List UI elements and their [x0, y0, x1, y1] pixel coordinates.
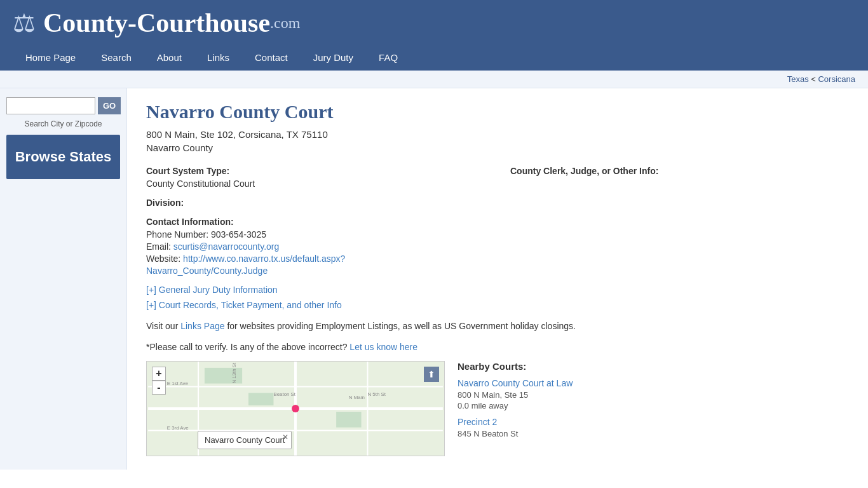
- jury-duty-link[interactable]: [+] General Jury Duty Information: [146, 285, 278, 295]
- court-system-label: Court System Type:: [146, 166, 485, 176]
- main-content: Navarro County Court 800 N Main, Ste 102…: [127, 88, 868, 470]
- email-link[interactable]: scurtis@navarrocounty.org: [173, 241, 279, 252]
- svg-text:N Main: N Main: [349, 395, 365, 401]
- logo-area: ⚖ County-Courthouse.com: [13, 8, 855, 44]
- nav-jury-duty[interactable]: Jury Duty: [301, 44, 366, 71]
- nav-contact[interactable]: Contact: [242, 44, 301, 71]
- logo-text-com: .com: [270, 15, 300, 32]
- court-county: Navarro County: [146, 142, 849, 153]
- contact-section: Contact Information: Phone Number: 903-6…: [146, 217, 849, 276]
- search-input[interactable]: [6, 97, 95, 114]
- clerk-label: County Clerk, Judge, or Other Info:: [510, 166, 849, 176]
- scales-icon: ⚖: [13, 8, 36, 37]
- logo-text-main[interactable]: County-Courthouse: [43, 8, 270, 38]
- court-records-link[interactable]: [+] Court Records, Ticket Payment, and o…: [146, 300, 342, 310]
- map-popup-close[interactable]: ✕: [282, 433, 288, 442]
- map-zoom-out[interactable]: -: [152, 381, 166, 395]
- svg-text:N 13th St: N 13th St: [231, 362, 237, 384]
- website-link-2[interactable]: Navarro_County/County.Judge: [146, 266, 268, 276]
- nearby-court-2-addr: 845 N Beaton St: [458, 429, 849, 438]
- site-header: ⚖ County-Courthouse.com Home Page Search…: [0, 0, 868, 71]
- map-svg: N 13th St Beaton St N Main N 5th St E 1s…: [147, 362, 444, 456]
- court-system-value: County Constitutional Court: [146, 179, 485, 189]
- svg-rect-9: [336, 412, 361, 428]
- court-title: Navarro County Court: [146, 101, 849, 123]
- breadcrumb-state[interactable]: Texas: [787, 74, 809, 84]
- division-label: Division:: [146, 198, 849, 208]
- map-zoom-controls: + -: [152, 367, 166, 395]
- nearby-court-1-name[interactable]: Navarro County Court at Law: [458, 378, 849, 388]
- verify-link[interactable]: Let us know here: [349, 342, 417, 352]
- nav-home[interactable]: Home Page: [13, 44, 88, 71]
- search-label: Search City or Zipcode: [6, 119, 120, 128]
- map-share-button[interactable]: ⬆: [424, 367, 439, 382]
- court-address: 800 N Main, Ste 102, Corsicana, TX 75110: [146, 129, 849, 140]
- court-system-section: Court System Type: County Constitutional…: [146, 166, 485, 189]
- phone-line: Phone Number: 903-654-3025: [146, 229, 849, 240]
- links-page-link[interactable]: Links Page: [180, 321, 224, 331]
- nearby-court-1-dist: 0.0 mile away: [458, 401, 849, 410]
- email-line: Email: scurtis@navarrocounty.org: [146, 241, 849, 252]
- svg-text:E 1st Ave: E 1st Ave: [167, 381, 189, 387]
- website-label: Website:: [146, 254, 180, 264]
- verify-prefix: *Please call to verify. Is any of the ab…: [146, 342, 349, 352]
- map-zoom-in[interactable]: +: [152, 367, 166, 381]
- nearby-courts-title: Nearby Courts:: [458, 361, 849, 372]
- svg-text:Beaton St: Beaton St: [273, 392, 295, 398]
- links-suffix: for websites providing Employment Listin…: [225, 321, 576, 331]
- sidebar: GO Search City or Zipcode Browse States: [0, 88, 127, 470]
- jury-duty-link-block: [+] General Jury Duty Information: [146, 285, 849, 295]
- go-button[interactable]: GO: [98, 97, 121, 114]
- svg-point-16: [292, 405, 299, 412]
- website-line-2: Navarro_County/County.Judge: [146, 266, 849, 276]
- main-layout: GO Search City or Zipcode Browse States …: [0, 88, 868, 470]
- info-grid: Court System Type: County Constitutional…: [146, 166, 849, 189]
- map-popup-text: Navarro County Court: [205, 435, 285, 445]
- svg-text:N 5th St: N 5th St: [367, 392, 386, 398]
- map-popup: ✕ Navarro County Court: [198, 431, 292, 449]
- email-label: Email:: [146, 241, 173, 252]
- nearby-courts: Nearby Courts: Navarro County Court at L…: [458, 361, 849, 456]
- svg-rect-8: [248, 393, 273, 406]
- map-area: N 13th St Beaton St N Main N 5th St E 1s…: [146, 361, 445, 456]
- breadcrumb: Texas < Corsicana: [0, 71, 868, 88]
- browse-states-button[interactable]: Browse States: [6, 135, 120, 179]
- map-container: N 13th St Beaton St N Main N 5th St E 1s…: [146, 361, 849, 456]
- website-line: Website: http://www.co.navarro.tx.us/def…: [146, 254, 849, 264]
- main-nav: Home Page Search About Links Contact Jur…: [13, 44, 855, 71]
- breadcrumb-city[interactable]: Corsicana: [818, 74, 855, 84]
- court-records-link-block: [+] Court Records, Ticket Payment, and o…: [146, 300, 849, 310]
- search-area: GO: [6, 97, 120, 114]
- nav-search[interactable]: Search: [88, 44, 144, 71]
- division-section: Division:: [146, 198, 849, 208]
- breadcrumb-separator: <: [809, 74, 818, 84]
- verify-text: *Please call to verify. Is any of the ab…: [146, 342, 849, 352]
- phone-label: Phone Number:: [146, 229, 208, 240]
- nav-faq[interactable]: FAQ: [366, 44, 410, 71]
- contact-label: Contact Information:: [146, 217, 849, 227]
- phone-value: 903-654-3025: [211, 229, 266, 240]
- svg-text:E 3rd Ave: E 3rd Ave: [167, 425, 189, 431]
- nav-about[interactable]: About: [144, 44, 194, 71]
- nearby-court-1-addr: 800 N Main, Ste 15: [458, 390, 849, 400]
- website-link[interactable]: http://www.co.navarro.tx.us/default.aspx…: [183, 254, 345, 264]
- nearby-court-2-name[interactable]: Precinct 2: [458, 417, 849, 427]
- clerk-section: County Clerk, Judge, or Other Info:: [510, 166, 849, 189]
- links-text: Visit our Links Page for websites provid…: [146, 319, 849, 333]
- links-prefix: Visit our: [146, 321, 180, 331]
- nav-links[interactable]: Links: [194, 44, 242, 71]
